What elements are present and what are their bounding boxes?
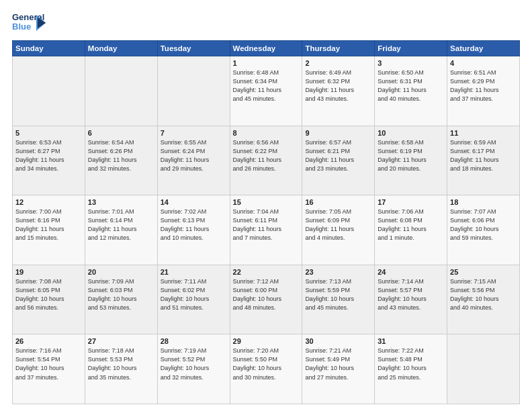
calendar-cell — [13, 56, 85, 126]
calendar-cell: 17Sunrise: 7:06 AMSunset: 6:08 PMDayligh… — [375, 195, 447, 265]
day-number: 7 — [161, 129, 227, 137]
calendar-cell: 30Sunrise: 7:21 AMSunset: 5:49 PMDayligh… — [302, 334, 375, 404]
calendar-cell: 26Sunrise: 7:16 AMSunset: 5:54 PMDayligh… — [13, 334, 85, 404]
calendar-cell: 11Sunrise: 6:59 AMSunset: 6:17 PMDayligh… — [447, 126, 520, 195]
calendar-cell: 21Sunrise: 7:11 AMSunset: 6:02 PMDayligh… — [157, 265, 230, 334]
day-number: 1 — [233, 59, 300, 67]
day-detail: Sunrise: 6:49 AMSunset: 6:32 PMDaylight:… — [305, 68, 371, 103]
day-number: 11 — [450, 129, 517, 137]
day-number: 20 — [88, 268, 154, 276]
day-number: 23 — [305, 268, 371, 276]
day-number: 6 — [88, 129, 154, 137]
day-detail: Sunrise: 6:53 AMSunset: 6:27 PMDaylight:… — [15, 138, 82, 173]
day-detail: Sunrise: 6:54 AMSunset: 6:26 PMDaylight:… — [88, 138, 154, 173]
day-detail: Sunrise: 7:01 AMSunset: 6:14 PMDaylight:… — [88, 208, 154, 242]
calendar-header-row: SundayMondayTuesdayWednesdayThursdayFrid… — [13, 41, 520, 56]
logo-svg: GeneralBlue — [12, 11, 47, 35]
col-header-monday: Monday — [85, 41, 157, 56]
calendar-week-4: 19Sunrise: 7:08 AMSunset: 6:05 PMDayligh… — [13, 265, 520, 334]
day-number: 13 — [88, 198, 154, 206]
day-number: 3 — [378, 59, 444, 67]
day-detail: Sunrise: 6:50 AMSunset: 6:31 PMDaylight:… — [378, 68, 444, 103]
col-header-saturday: Saturday — [447, 41, 520, 56]
calendar-cell: 29Sunrise: 7:20 AMSunset: 5:50 PMDayligh… — [230, 334, 302, 404]
day-detail: Sunrise: 7:05 AMSunset: 6:09 PMDaylight:… — [305, 208, 371, 242]
calendar-week-1: 1Sunrise: 6:48 AMSunset: 6:34 PMDaylight… — [13, 56, 520, 126]
day-detail: Sunrise: 7:18 AMSunset: 5:53 PMDaylight:… — [88, 347, 154, 381]
day-detail: Sunrise: 7:16 AMSunset: 5:54 PMDaylight:… — [15, 347, 82, 381]
calendar-cell: 1Sunrise: 6:48 AMSunset: 6:34 PMDaylight… — [230, 56, 302, 126]
calendar-cell — [157, 56, 230, 126]
day-detail: Sunrise: 7:09 AMSunset: 6:03 PMDaylight:… — [88, 277, 154, 312]
calendar-cell: 5Sunrise: 6:53 AMSunset: 6:27 PMDaylight… — [13, 126, 85, 195]
col-header-friday: Friday — [375, 41, 447, 56]
day-number: 12 — [15, 198, 82, 206]
day-detail: Sunrise: 6:55 AMSunset: 6:24 PMDaylight:… — [161, 138, 227, 173]
calendar-cell — [447, 334, 520, 404]
calendar-cell: 18Sunrise: 7:07 AMSunset: 6:06 PMDayligh… — [447, 195, 520, 265]
calendar-cell: 2Sunrise: 6:49 AMSunset: 6:32 PMDaylight… — [302, 56, 375, 126]
calendar-cell: 27Sunrise: 7:18 AMSunset: 5:53 PMDayligh… — [85, 334, 157, 404]
day-detail: Sunrise: 7:02 AMSunset: 6:13 PMDaylight:… — [161, 208, 227, 242]
day-number: 24 — [378, 268, 444, 276]
day-number: 2 — [305, 59, 371, 67]
calendar-cell: 25Sunrise: 7:15 AMSunset: 5:56 PMDayligh… — [447, 265, 520, 334]
day-detail: Sunrise: 7:13 AMSunset: 5:59 PMDaylight:… — [305, 277, 371, 312]
calendar-cell: 15Sunrise: 7:04 AMSunset: 6:11 PMDayligh… — [230, 195, 302, 265]
calendar-cell — [85, 56, 157, 126]
day-detail: Sunrise: 7:08 AMSunset: 6:05 PMDaylight:… — [15, 277, 82, 312]
day-detail: Sunrise: 7:07 AMSunset: 6:06 PMDaylight:… — [450, 208, 517, 242]
calendar-cell: 3Sunrise: 6:50 AMSunset: 6:31 PMDaylight… — [375, 56, 447, 126]
day-number: 25 — [450, 268, 517, 276]
day-detail: Sunrise: 6:58 AMSunset: 6:19 PMDaylight:… — [378, 138, 444, 173]
calendar-week-5: 26Sunrise: 7:16 AMSunset: 5:54 PMDayligh… — [13, 334, 520, 404]
col-header-sunday: Sunday — [13, 41, 85, 56]
calendar-cell: 20Sunrise: 7:09 AMSunset: 6:03 PMDayligh… — [85, 265, 157, 334]
day-detail: Sunrise: 7:04 AMSunset: 6:11 PMDaylight:… — [233, 208, 300, 242]
day-detail: Sunrise: 6:57 AMSunset: 6:21 PMDaylight:… — [305, 138, 371, 173]
day-detail: Sunrise: 6:59 AMSunset: 6:17 PMDaylight:… — [450, 138, 517, 173]
day-detail: Sunrise: 7:20 AMSunset: 5:50 PMDaylight:… — [233, 347, 300, 381]
calendar-cell: 10Sunrise: 6:58 AMSunset: 6:19 PMDayligh… — [375, 126, 447, 195]
day-detail: Sunrise: 7:15 AMSunset: 5:56 PMDaylight:… — [450, 277, 517, 312]
calendar-cell: 6Sunrise: 6:54 AMSunset: 6:26 PMDaylight… — [85, 126, 157, 195]
day-number: 14 — [161, 198, 227, 206]
day-number: 26 — [15, 337, 82, 345]
calendar-week-2: 5Sunrise: 6:53 AMSunset: 6:27 PMDaylight… — [13, 126, 520, 195]
calendar-week-3: 12Sunrise: 7:00 AMSunset: 6:16 PMDayligh… — [13, 195, 520, 265]
day-number: 10 — [378, 129, 444, 137]
calendar-cell: 12Sunrise: 7:00 AMSunset: 6:16 PMDayligh… — [13, 195, 85, 265]
day-detail: Sunrise: 7:21 AMSunset: 5:49 PMDaylight:… — [305, 347, 371, 381]
calendar-cell: 8Sunrise: 6:56 AMSunset: 6:22 PMDaylight… — [230, 126, 302, 195]
calendar-cell: 7Sunrise: 6:55 AMSunset: 6:24 PMDaylight… — [157, 126, 230, 195]
day-number: 9 — [305, 129, 371, 137]
day-number: 19 — [15, 268, 82, 276]
logo: GeneralBlue — [12, 11, 47, 35]
calendar-cell: 14Sunrise: 7:02 AMSunset: 6:13 PMDayligh… — [157, 195, 230, 265]
calendar-cell: 19Sunrise: 7:08 AMSunset: 6:05 PMDayligh… — [13, 265, 85, 334]
day-number: 15 — [233, 198, 300, 206]
svg-text:Blue: Blue — [12, 21, 31, 32]
calendar-cell: 4Sunrise: 6:51 AMSunset: 6:29 PMDaylight… — [447, 56, 520, 126]
header: GeneralBlue — [12, 11, 520, 35]
day-number: 5 — [15, 129, 82, 137]
day-number: 31 — [378, 337, 444, 345]
calendar-table: SundayMondayTuesdayWednesdayThursdayFrid… — [12, 40, 520, 404]
day-number: 4 — [450, 59, 517, 67]
day-detail: Sunrise: 7:06 AMSunset: 6:08 PMDaylight:… — [378, 208, 444, 242]
page: GeneralBlue SundayMondayTuesdayWednesday… — [0, 0, 532, 411]
day-number: 18 — [450, 198, 517, 206]
day-number: 22 — [233, 268, 300, 276]
day-detail: Sunrise: 7:19 AMSunset: 5:52 PMDaylight:… — [161, 347, 227, 381]
calendar-cell: 24Sunrise: 7:14 AMSunset: 5:57 PMDayligh… — [375, 265, 447, 334]
day-number: 8 — [233, 129, 300, 137]
day-number: 21 — [161, 268, 227, 276]
calendar-cell: 13Sunrise: 7:01 AMSunset: 6:14 PMDayligh… — [85, 195, 157, 265]
day-detail: Sunrise: 6:51 AMSunset: 6:29 PMDaylight:… — [450, 68, 517, 103]
col-header-thursday: Thursday — [302, 41, 375, 56]
calendar-cell: 31Sunrise: 7:22 AMSunset: 5:48 PMDayligh… — [375, 334, 447, 404]
day-detail: Sunrise: 7:00 AMSunset: 6:16 PMDaylight:… — [15, 208, 82, 242]
calendar-cell: 28Sunrise: 7:19 AMSunset: 5:52 PMDayligh… — [157, 334, 230, 404]
day-number: 16 — [305, 198, 371, 206]
day-detail: Sunrise: 6:56 AMSunset: 6:22 PMDaylight:… — [233, 138, 300, 173]
